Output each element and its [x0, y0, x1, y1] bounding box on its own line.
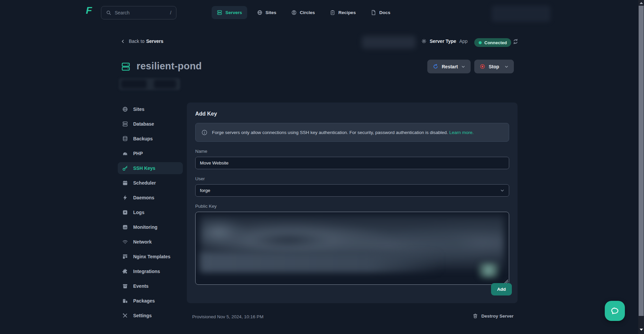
name-input[interactable]: [195, 157, 509, 169]
server-sidebar: Sites Database Backups PHP SSH Keys Sche…: [118, 103, 183, 322]
nav-item-label: Docs: [379, 10, 390, 15]
public-key-redacted-content: [200, 252, 442, 272]
globe-icon: [122, 106, 128, 112]
key-icon: [122, 165, 128, 171]
nav-item-label: Sites: [266, 10, 276, 15]
main-nav: Servers Sites Circles Recipes: [212, 6, 395, 19]
scrollbar-down-arrow[interactable]: [640, 329, 643, 331]
sidebar-item-integrations[interactable]: Integrations: [118, 265, 183, 277]
restart-button[interactable]: Restart: [427, 60, 471, 73]
docs-icon: [371, 10, 376, 15]
sidebar-item-label: SSH Keys: [133, 165, 155, 171]
sidebar-item-settings[interactable]: Settings: [118, 310, 183, 322]
database-icon: [122, 121, 128, 127]
sidebar-item-nginx-templates[interactable]: Nginx Templates: [118, 251, 183, 263]
page-title: resilient-pond: [137, 61, 202, 72]
public-key-redacted-highlight: [478, 262, 499, 278]
trash-icon: [473, 313, 478, 319]
php-elephant-icon: [122, 150, 128, 156]
bar-chart-icon: [122, 224, 128, 230]
nav-item-servers[interactable]: Servers: [212, 6, 247, 19]
globe-icon: [257, 10, 263, 15]
sync-status-icon[interactable]: [512, 38, 519, 45]
user-account-redacted[interactable]: [492, 6, 550, 22]
provisioned-timestamp: Provisioned Nov 5, 2024, 10:16 PM: [192, 314, 263, 319]
info-text: Forge servers only allow connections usi…: [212, 130, 448, 135]
status-dot: [479, 41, 482, 44]
sidebar-item-events[interactable]: Events: [118, 280, 183, 292]
wifi-icon: [122, 239, 128, 245]
stop-icon: [480, 64, 485, 69]
puzzle-icon: [122, 268, 128, 274]
search-shortcut-hint: /: [170, 10, 171, 15]
sidebar-item-label: Daemons: [133, 195, 154, 200]
user-select[interactable]: forge: [195, 184, 509, 197]
archive-icon: [122, 283, 128, 289]
destroy-server-button[interactable]: Destroy Server: [473, 313, 514, 319]
public-key-textarea[interactable]: [195, 212, 509, 285]
sidebar-item-label: Events: [133, 283, 149, 289]
tools-icon: [122, 313, 128, 319]
nav-item-label: Recipes: [338, 10, 356, 15]
add-key-panel: Add Key Forge servers only allow connect…: [187, 103, 518, 303]
panel-heading: Add Key: [195, 111, 509, 117]
sidebar-item-label: Logs: [133, 210, 144, 215]
server-type-label: Server Type: [430, 39, 456, 44]
server-type-group: Server Type App: [421, 39, 468, 44]
sidebar-item-network[interactable]: Network: [118, 236, 183, 248]
ssh-info-banner: Forge servers only allow connections usi…: [195, 123, 509, 142]
restart-label: Restart: [442, 64, 458, 69]
sidebar-item-sites[interactable]: Sites: [118, 103, 183, 115]
sidebar-item-monitoring[interactable]: Monitoring: [118, 221, 183, 233]
sidebar-item-label: Nginx Templates: [133, 254, 170, 259]
nav-item-docs[interactable]: Docs: [366, 6, 395, 19]
sidebar-item-scheduler[interactable]: Scheduler: [118, 177, 183, 189]
nav-item-sites[interactable]: Sites: [252, 6, 281, 19]
sidebar-item-logs[interactable]: Logs: [118, 206, 183, 218]
forge-logo[interactable]: F: [86, 5, 92, 16]
chat-launcher-button[interactable]: [605, 301, 625, 321]
logs-icon: [122, 209, 128, 215]
sidebar-item-backups[interactable]: Backups: [118, 133, 183, 145]
search-input[interactable]: [115, 10, 167, 15]
sidebar-item-database[interactable]: Database: [118, 118, 183, 130]
status-label: Connected: [484, 40, 507, 45]
sidebar-item-label: Scheduler: [133, 180, 156, 186]
sidebar-item-label: Packages: [133, 298, 155, 304]
stop-button[interactable]: Stop: [474, 60, 514, 73]
packages-icon: [122, 298, 128, 304]
scrollbar-thumb[interactable]: [639, 6, 644, 316]
server-title-icon: [121, 62, 131, 72]
header-redacted-info: [362, 36, 416, 49]
back-prefix: Back to: [129, 39, 145, 44]
sidebar-item-label: Settings: [133, 313, 152, 318]
scrollbar-up-arrow[interactable]: [640, 2, 643, 4]
sidebar-item-label: Database: [133, 121, 154, 127]
recipes-icon: [330, 10, 335, 15]
sidebar-item-label: PHP: [133, 151, 143, 156]
nav-item-circles[interactable]: Circles: [286, 6, 320, 19]
name-label: Name: [195, 149, 509, 154]
learn-more-link[interactable]: Learn more.: [449, 130, 474, 135]
info-icon: [201, 129, 208, 136]
sidebar-item-label: Network: [133, 239, 152, 245]
search-icon: [106, 10, 111, 15]
search-box[interactable]: /: [101, 6, 176, 19]
restart-icon: [433, 64, 438, 69]
status-badge: Connected: [474, 38, 511, 47]
nav-item-label: Circles: [300, 10, 315, 15]
back-to-servers-link[interactable]: Back toServers: [121, 39, 163, 44]
stop-label: Stop: [489, 64, 499, 69]
nav-item-recipes[interactable]: Recipes: [325, 6, 361, 19]
server-icon: [217, 10, 222, 15]
add-key-button[interactable]: Add: [491, 283, 512, 295]
sidebar-item-ssh-keys[interactable]: SSH Keys: [118, 162, 183, 174]
gear-icon: [421, 39, 427, 44]
sidebar-item-label: Sites: [133, 107, 144, 112]
server-meta-redacted: [119, 78, 180, 90]
sidebar-item-php[interactable]: PHP: [118, 147, 183, 159]
sidebar-item-packages[interactable]: Packages: [118, 295, 183, 307]
sidebar-item-daemons[interactable]: Daemons: [118, 192, 183, 204]
user-select-value: forge: [200, 188, 210, 193]
user-label: User: [195, 176, 509, 181]
